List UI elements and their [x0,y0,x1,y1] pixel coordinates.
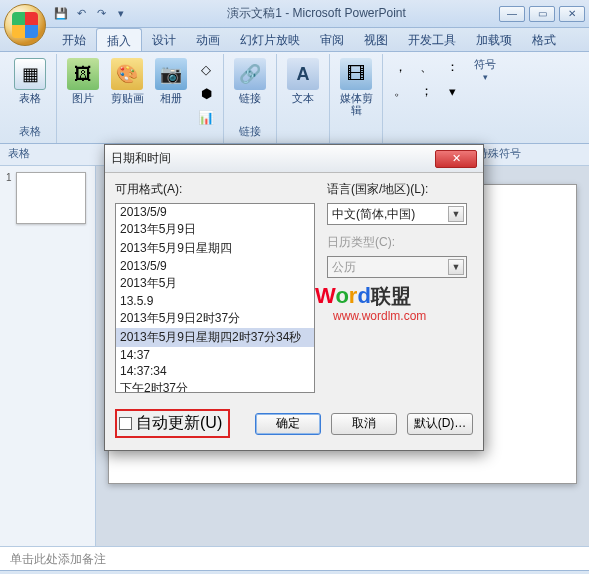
chevron-down-icon[interactable]: ▼ [448,206,464,222]
date-time-dialog: 日期和时间 ✕ 可用格式(A): 2013/5/92013年5月9日2013年5… [104,144,484,451]
clipart-label: 剪贴画 [111,92,144,104]
tab-insert[interactable]: 插入 [96,28,142,51]
format-option[interactable]: 下午2时37分 [116,379,314,393]
format-option[interactable]: 2013/5/9 [116,258,314,274]
cancel-button[interactable]: 取消 [331,413,397,435]
clipart-button[interactable]: 🎨 剪贴画 [107,56,147,106]
symbol-label: 符号 [474,58,496,70]
tab-slideshow[interactable]: 幻灯片放映 [230,28,310,51]
dialog-footer: 自动更新(U) 确定 取消 默认(D)… [105,401,483,450]
tab-addins[interactable]: 加载项 [466,28,522,51]
tab-home[interactable]: 开始 [52,28,96,51]
picture-icon: 🖼 [67,58,99,90]
quick-access-toolbar: 💾 ↶ ↷ ▾ [48,5,134,23]
redo-icon[interactable]: ↷ [92,5,110,23]
tab-format[interactable]: 格式 [522,28,566,51]
maximize-button[interactable]: ▭ [529,6,555,22]
formats-listbox[interactable]: 2013/5/92013年5月9日2013年5月9日星期四2013/5/9201… [115,203,315,393]
album-button[interactable]: 📷 相册 [151,56,191,106]
language-value: 中文(简体,中国) [332,206,415,223]
group-symbols: ， 。 、 ； ： ▾ 符号 ▾ [383,54,509,143]
language-combo[interactable]: 中文(简体,中国) ▼ [327,203,467,225]
symbol-more[interactable]: ▾ [441,80,463,102]
calendar-combo: 公历 ▼ [327,256,467,278]
slide-thumbnails-panel[interactable]: 1 [0,166,96,546]
media-label: 媒体剪辑 [338,92,374,116]
symbol-enum[interactable]: 、 [415,56,437,78]
album-icon: 📷 [155,58,187,90]
titlebar: 💾 ↶ ↷ ▾ 演示文稿1 - Microsoft PowerPoint — ▭… [0,0,589,28]
tab-developer[interactable]: 开发工具 [398,28,466,51]
group-links: 🔗 链接 链接 [224,54,277,143]
format-option[interactable]: 2013年5月9日星期四2时37分34秒 [116,328,314,347]
format-option[interactable]: 14:37 [116,347,314,363]
calendar-label: 日历类型(C): [327,234,467,251]
ok-button[interactable]: 确定 [255,413,321,435]
picture-button[interactable]: 🖼 图片 [63,56,103,106]
auto-update-highlight: 自动更新(U) [115,409,230,438]
window-title: 演示文稿1 - Microsoft PowerPoint [134,5,499,22]
formats-label: 可用格式(A): [115,181,315,198]
picture-label: 图片 [72,92,94,104]
format-option[interactable]: 2013年5月9日2时37分 [116,309,314,328]
dialog-titlebar[interactable]: 日期和时间 ✕ [105,145,483,173]
group-illustrations: 🖼 图片 🎨 剪贴画 📷 相册 ◇ ⬢ 📊 [57,54,224,143]
close-button[interactable]: ✕ [559,6,585,22]
symbol-period[interactable]: 。 [389,80,411,102]
sub-tables: 表格 [8,146,30,163]
group-text: A 文本 [277,54,330,143]
auto-update-label[interactable]: 自动更新(U) [136,413,222,434]
statusbar: 幻灯片 1/1 "Office 主题" ▭ ▦ ▶ 45% − + ⛶ [0,570,589,574]
text-icon: A [287,58,319,90]
shapes-button[interactable]: ◇ [195,58,217,80]
format-option[interactable]: 14:37:34 [116,363,314,379]
album-label: 相册 [160,92,182,104]
link-label: 链接 [239,92,261,104]
office-button[interactable] [4,4,46,46]
table-button[interactable]: ▦ 表格 [10,56,50,106]
window-controls: — ▭ ✕ [499,6,589,22]
link-button[interactable]: 🔗 链接 [230,56,270,106]
format-option[interactable]: 2013年5月9日星期四 [116,239,314,258]
calendar-value: 公历 [332,259,356,276]
dialog-close-button[interactable]: ✕ [435,150,477,168]
group-media: 🎞 媒体剪辑 [330,54,383,143]
symbol-comma[interactable]: ， [389,56,411,78]
save-icon[interactable]: 💾 [52,5,70,23]
dialog-body: 可用格式(A): 2013/5/92013年5月9日2013年5月9日星期四20… [105,173,483,401]
format-option[interactable]: 13.5.9 [116,293,314,309]
group-links-label: 链接 [230,122,270,141]
notes-pane[interactable]: 单击此处添加备注 [0,546,589,570]
qat-more-icon[interactable]: ▾ [112,5,130,23]
minimize-button[interactable]: — [499,6,525,22]
group-illus-label [63,128,217,144]
thumb-preview [16,172,86,224]
undo-icon[interactable]: ↶ [72,5,90,23]
thumbnail-1[interactable]: 1 [6,172,89,224]
text-label: 文本 [292,92,314,104]
format-option[interactable]: 2013/5/9 [116,204,314,220]
dialog-title: 日期和时间 [111,150,435,167]
table-icon: ▦ [14,58,46,90]
format-option[interactable]: 2013年5月9日 [116,220,314,239]
default-button[interactable]: 默认(D)… [407,413,473,435]
table-label: 表格 [19,92,41,104]
symbol-colon[interactable]: ： [441,56,463,78]
symbol-button[interactable]: 符号 ▾ [467,56,503,84]
auto-update-checkbox[interactable] [119,417,132,430]
clipart-icon: 🎨 [111,58,143,90]
tab-view[interactable]: 视图 [354,28,398,51]
tab-animations[interactable]: 动画 [186,28,230,51]
symbol-semicolon[interactable]: ； [415,80,437,102]
tab-design[interactable]: 设计 [142,28,186,51]
text-button[interactable]: A 文本 [283,56,323,106]
office-logo-icon [12,12,38,38]
media-button[interactable]: 🎞 媒体剪辑 [336,56,376,118]
tab-review[interactable]: 审阅 [310,28,354,51]
link-icon: 🔗 [234,58,266,90]
format-option[interactable]: 2013年5月 [116,274,314,293]
smartart-button[interactable]: ⬢ [195,82,217,104]
chart-button[interactable]: 📊 [195,106,217,128]
media-icon: 🎞 [340,58,372,90]
chevron-down-icon: ▼ [448,259,464,275]
